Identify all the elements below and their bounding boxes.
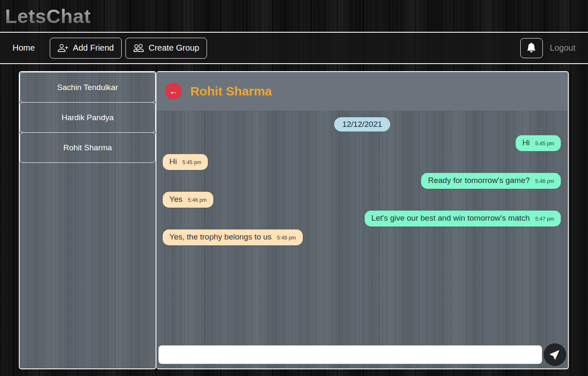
message-time: 5:47 pm bbox=[535, 216, 554, 222]
chat-contact-name: Rohit Sharma bbox=[190, 84, 272, 98]
notifications-button[interactable] bbox=[520, 38, 543, 58]
message-text: Hi bbox=[522, 138, 530, 147]
message-bubble: Yes, the trophy belongs to us 5:48 pm bbox=[163, 229, 303, 245]
nav-home-link[interactable]: Home bbox=[13, 43, 35, 53]
message-text: Yes, the trophy belongs to us bbox=[169, 232, 271, 242]
create-group-label: Create Group bbox=[148, 43, 199, 53]
message-bubble: Hi 5:45 pm bbox=[163, 154, 208, 170]
sidebar-contact[interactable]: Rohit Sharma bbox=[20, 132, 156, 163]
chat-panel: ← Rohit Sharma 12/12/2021 Hi 5:45 pm Hi … bbox=[156, 71, 569, 369]
message-bubble: Ready for tomorrow's game? 5:46 pm bbox=[421, 173, 561, 189]
message-time: 5:45 pm bbox=[182, 160, 201, 165]
message-list: Hi 5:45 pm Hi 5:45 pm Ready for tomorrow… bbox=[156, 135, 568, 245]
composer-bar bbox=[156, 343, 568, 368]
message-text: Let's give our best and win tomorrow's m… bbox=[371, 214, 530, 223]
contact-name: Rohit Sharma bbox=[63, 143, 112, 152]
message-time: 5:45 pm bbox=[535, 141, 554, 147]
message-row: Hi 5:45 pm bbox=[156, 135, 568, 151]
brand-bar: LetsChat bbox=[0, 0, 588, 32]
app-logo: LetsChat bbox=[5, 5, 91, 28]
message-time: 5:48 pm bbox=[277, 235, 296, 241]
back-button[interactable]: ← bbox=[165, 83, 182, 100]
message-bubble: Hi 5:45 pm bbox=[516, 135, 561, 151]
message-area: 12/12/2021 Hi 5:45 pm Hi 5:45 pm Ready f… bbox=[156, 111, 568, 343]
add-friend-label: Add Friend bbox=[73, 43, 114, 53]
bell-icon bbox=[527, 43, 536, 54]
main-content: Sachin Tendulkar Hardik Pandya Rohit Sha… bbox=[19, 71, 569, 369]
arrow-left-icon: ← bbox=[169, 86, 178, 96]
send-icon bbox=[550, 349, 560, 361]
contact-name: Sachin Tendulkar bbox=[57, 83, 118, 92]
message-text: Hi bbox=[169, 157, 177, 166]
send-button[interactable] bbox=[544, 343, 566, 366]
message-row: Let's give our best and win tomorrow's m… bbox=[156, 211, 568, 227]
nav-right-group: Logout bbox=[520, 38, 575, 58]
chat-header: ← Rohit Sharma bbox=[156, 72, 568, 111]
person-plus-icon bbox=[58, 43, 68, 53]
people-icon bbox=[133, 43, 144, 53]
message-text: Yes bbox=[169, 195, 182, 204]
message-text: Ready for tomorrow's game? bbox=[428, 176, 529, 185]
date-badge: 12/12/2021 bbox=[334, 117, 390, 131]
date-row: 12/12/2021 bbox=[156, 117, 568, 131]
add-friend-button[interactable]: Add Friend bbox=[50, 38, 122, 59]
logout-link[interactable]: Logout bbox=[550, 43, 575, 53]
message-time: 5:46 pm bbox=[535, 178, 554, 184]
message-row: Yes, the trophy belongs to us 5:48 pm bbox=[156, 229, 568, 245]
message-row: Hi 5:45 pm bbox=[156, 154, 568, 170]
contact-name: Hardik Pandya bbox=[61, 113, 114, 122]
navbar: Home Add Friend Create Group Logout bbox=[0, 32, 588, 64]
sidebar-contact[interactable]: Hardik Pandya bbox=[20, 102, 156, 133]
message-bubble: Yes 5:46 pm bbox=[163, 192, 213, 208]
sidebar-contact[interactable]: Sachin Tendulkar bbox=[20, 72, 156, 103]
message-bubble: Let's give our best and win tomorrow's m… bbox=[365, 211, 561, 227]
contact-list: Sachin Tendulkar Hardik Pandya Rohit Sha… bbox=[19, 71, 156, 369]
message-time: 5:46 pm bbox=[188, 197, 207, 203]
message-row: Ready for tomorrow's game? 5:46 pm bbox=[156, 173, 568, 189]
create-group-button[interactable]: Create Group bbox=[125, 38, 207, 59]
message-row: Yes 5:46 pm bbox=[156, 192, 568, 208]
message-input[interactable] bbox=[159, 345, 542, 364]
